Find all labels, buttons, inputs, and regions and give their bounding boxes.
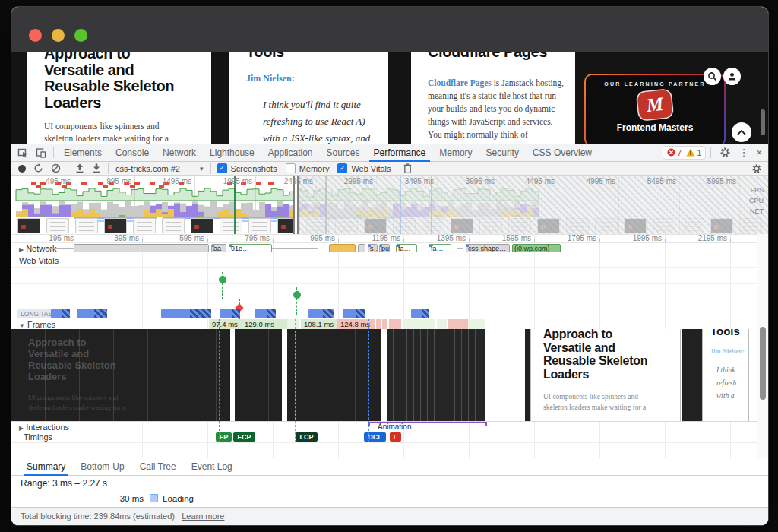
bottom-tab-bottomup[interactable]: Bottom-Up xyxy=(73,458,131,476)
interactions-track[interactable]: ▶Interactions Animation xyxy=(11,422,768,432)
timing-badge-lcp[interactable]: LCP xyxy=(296,432,318,442)
tab-lighthouse[interactable]: Lighthouse xyxy=(203,144,261,162)
frame-screenshot[interactable]: Approach toVersatile andReusable Skeleto… xyxy=(530,329,681,421)
article-card-tools[interactable]: Tools Jim Nielsen: I think you'll find i… xyxy=(229,52,388,144)
frames-track-header[interactable]: ▼Frames 97.4 ms129.0 ms108.1 ms124.8 ms xyxy=(11,319,768,329)
long-task-bar[interactable] xyxy=(161,309,211,318)
checkbox-screenshots[interactable]: ✓Screenshots xyxy=(217,163,277,173)
filmstrip-thumbnail[interactable] xyxy=(17,218,40,233)
scroll-to-top-button[interactable] xyxy=(732,122,751,142)
tab-memory[interactable]: Memory xyxy=(432,144,479,162)
frame-duration[interactable] xyxy=(287,319,299,329)
learn-more-link[interactable]: Learn more xyxy=(182,511,224,521)
tab-elements[interactable]: Elements xyxy=(57,144,109,162)
account-button[interactable] xyxy=(723,68,741,85)
timings-track[interactable]: Timings FPFCPLCPDCLL xyxy=(11,432,768,443)
frame-duration[interactable] xyxy=(468,319,485,329)
filmstrip-thumbnail[interactable] xyxy=(191,218,213,233)
tab-network[interactable]: Network xyxy=(156,144,203,162)
timeline-overview[interactable]: FPS CPU NET 495 ms995 ms1495 ms1995 ms24… xyxy=(11,176,768,235)
tab-performance[interactable]: Performance xyxy=(367,144,433,162)
network-request[interactable]: fa… xyxy=(396,244,417,252)
network-request[interactable] xyxy=(74,244,209,252)
zoom-traffic-light-icon[interactable] xyxy=(74,29,87,42)
bottom-tab-eventlog[interactable]: Event Log xyxy=(184,458,240,476)
network-request[interactable] xyxy=(272,248,318,249)
timeline-scrollbar[interactable] xyxy=(757,234,768,458)
network-request[interactable]: fa… xyxy=(429,244,451,252)
filmstrip-thumbnail[interactable] xyxy=(133,218,156,233)
long-task-bar[interactable] xyxy=(308,309,334,318)
web-vitals-track[interactable]: Web Vitals xyxy=(11,255,768,309)
frames-screenshot-band[interactable]: Approach toVersatile andReusable Skeleto… xyxy=(11,329,768,422)
frame-screenshot[interactable] xyxy=(525,329,530,421)
frame-duration[interactable]: 108.1 ms xyxy=(301,319,337,329)
gc-button[interactable] xyxy=(403,163,412,173)
network-request[interactable]: s… xyxy=(368,244,378,252)
network-request[interactable] xyxy=(457,248,463,249)
long-task-bar[interactable] xyxy=(255,309,276,318)
network-request[interactable] xyxy=(329,244,356,252)
long-task-bar[interactable] xyxy=(51,309,70,318)
reload-and-record-button[interactable] xyxy=(33,163,43,173)
article-card-skeleton-loaders[interactable]: Approach toVersatile andReusable Skeleto… xyxy=(27,52,211,144)
load-profile-button[interactable] xyxy=(75,163,84,173)
tab-css-overview[interactable]: CSS Overview xyxy=(526,144,599,162)
article-author-link[interactable]: Jim Nielsen: xyxy=(246,73,295,84)
frame-duration[interactable] xyxy=(389,319,401,329)
issues-badge[interactable]: 7 1 xyxy=(663,146,706,160)
learning-partner-card[interactable]: OUR LEARNING PARTNER M Frontend Masters xyxy=(584,74,726,144)
timing-badge-dcl[interactable]: DCL xyxy=(364,432,386,442)
long-task-bar[interactable] xyxy=(220,309,240,318)
network-request[interactable]: aa xyxy=(211,244,226,252)
disclosure-triangle-icon[interactable]: ▶ xyxy=(19,425,24,432)
frame-screenshot[interactable] xyxy=(287,329,381,421)
frame-duration[interactable] xyxy=(403,319,435,329)
devtools-settings-button[interactable] xyxy=(719,147,731,158)
long-task-bar[interactable] xyxy=(411,309,429,318)
network-request[interactable] xyxy=(358,244,365,252)
network-request[interactable]: 91e… xyxy=(229,244,272,252)
filmstrip-thumbnail[interactable] xyxy=(104,218,127,233)
device-toolbar-button[interactable] xyxy=(36,147,46,158)
page-scrollbar-thumb[interactable] xyxy=(761,109,765,135)
filmstrip-thumbnail[interactable] xyxy=(75,218,98,233)
minimize-traffic-light-icon[interactable] xyxy=(52,29,65,42)
checkbox-box[interactable] xyxy=(286,163,296,173)
bottom-tab-calltree[interactable]: Call Tree xyxy=(132,458,184,476)
close-devtools-icon[interactable]: × xyxy=(756,147,762,158)
long-tasks-track[interactable]: LONG TASKS xyxy=(11,309,768,319)
network-request[interactable]: (i0.wp.com) xyxy=(512,244,561,252)
profile-history-select[interactable]: css-tricks.com #2 ▾ xyxy=(115,164,204,173)
network-request[interactable]: css-shape… xyxy=(466,244,510,252)
timing-badge-fcp[interactable]: FCP xyxy=(233,432,255,442)
disclosure-triangle-icon[interactable]: ▼ xyxy=(19,322,25,329)
tab-security[interactable]: Security xyxy=(479,144,526,162)
frame-duration[interactable] xyxy=(382,319,387,329)
good-vital-marker[interactable] xyxy=(293,291,301,299)
tab-sources[interactable]: Sources xyxy=(320,144,367,162)
frame-duration[interactable]: 129.0 ms xyxy=(242,319,287,329)
save-profile-button[interactable] xyxy=(92,163,101,173)
frame-duration[interactable] xyxy=(376,319,381,329)
good-vital-marker[interactable] xyxy=(219,276,226,283)
disclosure-triangle-icon[interactable]: ▶ xyxy=(19,246,24,253)
frame-duration[interactable] xyxy=(448,319,468,329)
long-task-bar[interactable] xyxy=(77,309,107,318)
close-traffic-light-icon[interactable] xyxy=(29,29,42,42)
clear-button[interactable] xyxy=(51,163,61,173)
inspect-element-button[interactable] xyxy=(17,147,28,158)
frame-screenshot[interactable]: Approach toVersatile andReusable Skeleto… xyxy=(11,329,230,421)
bottom-tab-summary[interactable]: Summary xyxy=(19,458,73,476)
filmstrip-thumbnail[interactable] xyxy=(248,218,271,233)
checkbox-box[interactable]: ✓ xyxy=(337,163,347,173)
filmstrip-thumbnail[interactable] xyxy=(162,218,185,233)
frame-screenshot[interactable] xyxy=(682,329,702,421)
article-card-cloudflare[interactable]: Cloudflare Pages Cloudflare Pages is Jam… xyxy=(411,52,575,144)
frame-duration[interactable]: 97.4 ms xyxy=(209,319,242,329)
timing-badge-l[interactable]: L xyxy=(390,432,401,442)
record-button[interactable] xyxy=(18,165,26,173)
frame-screenshot[interactable]: ToolsJim Nielsen:I thinkrefreshwith a xyxy=(702,329,749,421)
network-track[interactable]: ▶Network aa91e…s…pufa…fa…css-shape…(i0.w… xyxy=(11,242,768,255)
checkbox-memory[interactable]: Memory xyxy=(286,163,330,173)
